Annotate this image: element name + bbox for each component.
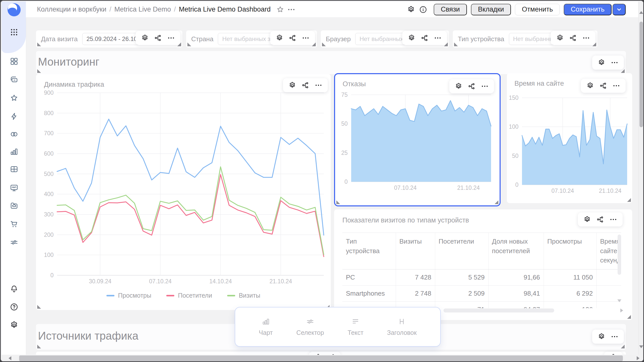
favorite-star-icon[interactable] — [276, 6, 284, 14]
resize-handle[interactable] — [627, 315, 631, 319]
datalens-logo[interactable] — [7, 3, 21, 17]
topbar-actions: Связи Вкладки Отменить Сохранить — [407, 4, 626, 15]
resize-handle[interactable] — [322, 42, 326, 46]
horizontal-scroll-thumb[interactable] — [19, 355, 623, 361]
resize-handle[interactable] — [454, 42, 458, 46]
ellipsis-icon[interactable] — [610, 216, 617, 223]
legend-label: Визиты — [239, 292, 260, 299]
scroll-down-arrow-icon[interactable] — [639, 345, 643, 348]
scroll-up-arrow-icon[interactable] — [639, 11, 643, 14]
sidebar-item-collections-icon[interactable] — [10, 75, 18, 84]
scroll-left-arrow-icon[interactable] — [9, 356, 11, 360]
breadcrumb-workbook[interactable]: Metrica Live Demo — [114, 6, 171, 13]
table-column-header[interactable]: Доля новых посетителей — [488, 233, 544, 269]
sidebar-item-bar-chart-icon[interactable] — [10, 147, 18, 156]
dashboard-settings-gear-icon[interactable] — [407, 6, 415, 14]
legend-item[interactable]: Просмотры — [106, 292, 151, 299]
resize-handle[interactable] — [627, 198, 631, 202]
tabs-button[interactable]: Вкладки — [471, 4, 511, 15]
breadcrumb-collections[interactable]: Коллекции и воркбуки — [37, 6, 106, 13]
add-text-button[interactable]: Текст — [348, 318, 364, 336]
more-menu-icon[interactable] — [287, 6, 295, 14]
table-scroll-right-arrow-icon[interactable] — [620, 308, 623, 312]
relations-flow-icon[interactable] — [302, 81, 309, 89]
add-selector-button[interactable]: Селектор — [296, 318, 324, 336]
relations-flow-icon[interactable] — [289, 34, 296, 42]
apps-grid-icon[interactable] — [10, 28, 18, 36]
help-icon[interactable] — [10, 303, 18, 311]
add-heading-button[interactable]: Заголовок — [387, 318, 417, 336]
ellipsis-icon[interactable] — [167, 34, 175, 42]
info-icon[interactable] — [419, 6, 427, 14]
ellipsis-icon[interactable] — [434, 34, 441, 42]
resize-handle[interactable] — [336, 200, 340, 204]
sidebar-item-cart-icon[interactable] — [10, 220, 18, 228]
table-scroll-thumb[interactable] — [618, 235, 621, 275]
ellipsis-icon[interactable] — [315, 81, 322, 89]
gear-icon[interactable] — [598, 333, 605, 340]
notifications-bell-icon[interactable] — [10, 285, 18, 293]
relations-flow-icon[interactable] — [154, 34, 162, 42]
table-column-header[interactable]: Посетители — [435, 233, 488, 269]
relations-flow-icon[interactable] — [421, 34, 428, 42]
sidebar-item-sliders-icon[interactable] — [10, 238, 18, 247]
table-column-header[interactable]: Тип устройства — [342, 233, 396, 269]
gear-icon[interactable] — [598, 59, 605, 66]
ellipsis-icon[interactable] — [613, 82, 620, 89]
resize-handle[interactable] — [495, 200, 498, 204]
scroll-right-arrow-icon[interactable] — [637, 356, 639, 360]
sidebar-item-cloud-folder-icon[interactable] — [10, 201, 18, 210]
resize-handle[interactable] — [37, 42, 41, 46]
resize-handle[interactable] — [621, 69, 625, 73]
bounces-area-chart[interactable]: 025507507.10.2421.10.24 — [339, 92, 494, 193]
legend-item[interactable]: Визиты — [227, 292, 260, 299]
gear-icon[interactable] — [455, 82, 462, 90]
sidebar-item-table-icon[interactable] — [10, 165, 18, 173]
relations-button[interactable]: Связи — [434, 4, 467, 15]
vertical-scroll-thumb[interactable] — [639, 22, 643, 127]
cancel-button[interactable]: Отменить — [515, 4, 559, 15]
gear-icon[interactable] — [141, 34, 149, 42]
resize-handle[interactable] — [37, 345, 41, 348]
save-button[interactable]: Сохранить — [564, 4, 612, 15]
sidebar-item-monitor-chart-icon[interactable] — [10, 184, 18, 192]
add-chart-button[interactable]: Чарт — [259, 318, 273, 336]
relations-flow-icon[interactable] — [468, 82, 475, 90]
table-column-header[interactable]: Просмотры — [544, 233, 596, 269]
gear-icon[interactable] — [586, 82, 594, 89]
resize-handle[interactable] — [621, 345, 625, 348]
bounces-chart-widget-selected[interactable]: Отказы 025507507.10.2421.10.24 — [334, 73, 501, 206]
resize-handle[interactable] — [37, 305, 41, 309]
sidebar-item-lightning-icon[interactable] — [10, 112, 18, 121]
settings-gear-icon[interactable] — [10, 321, 18, 329]
vertical-scrollbar[interactable] — [638, 2, 644, 355]
time-on-site-area-chart[interactable]: 05010015007.10.2421.10.24 — [509, 95, 630, 196]
ellipsis-icon[interactable] — [582, 34, 590, 42]
ellipsis-icon[interactable] — [611, 59, 618, 66]
resize-handle[interactable] — [37, 69, 41, 73]
legend-item[interactable]: Посетители — [166, 292, 212, 299]
gear-icon[interactable] — [583, 216, 591, 223]
relations-flow-icon[interactable] — [599, 82, 607, 89]
ellipsis-icon[interactable] — [302, 34, 309, 42]
resize-handle[interactable] — [187, 42, 191, 46]
save-dropdown-button[interactable] — [613, 4, 626, 15]
horizontal-scrollbar[interactable] — [2, 355, 644, 362]
sidebar-item-grid-2x2-icon[interactable] — [10, 57, 18, 66]
table-column-header[interactable]: Визиты — [396, 233, 435, 269]
table-vertical-scrollbar[interactable] — [618, 235, 621, 305]
relations-flow-icon[interactable] — [569, 34, 577, 42]
table-scroll-down-arrow-icon[interactable] — [617, 299, 621, 302]
gear-icon[interactable] — [556, 34, 564, 42]
table-horizontal-scrollbar[interactable] — [444, 308, 554, 312]
ellipsis-icon[interactable] — [481, 82, 489, 90]
gear-icon[interactable] — [408, 34, 415, 42]
sidebar-item-star-icon[interactable] — [10, 94, 18, 102]
traffic-line-chart[interactable]: 010020030040050060070080090030.09.2407.1… — [43, 90, 327, 287]
gear-icon[interactable] — [289, 81, 296, 89]
gear-icon[interactable] — [276, 34, 283, 42]
relations-flow-icon[interactable] — [596, 216, 604, 223]
ellipsis-icon[interactable] — [611, 333, 618, 340]
sidebar-item-connections-icon[interactable] — [10, 130, 18, 139]
widget-hover-actions — [551, 31, 595, 45]
